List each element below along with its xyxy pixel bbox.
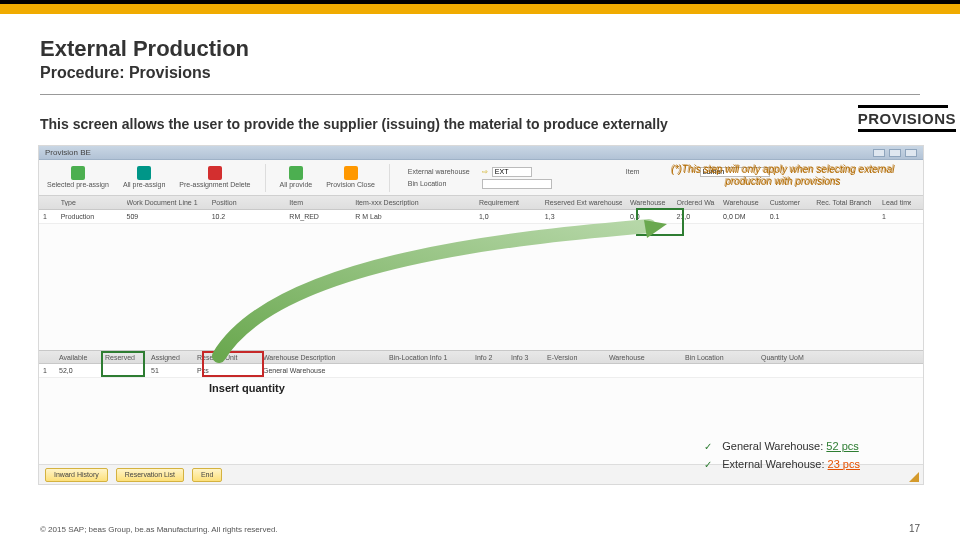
title-block: External Production Procedure: Provision… xyxy=(40,36,249,82)
grid2-row[interactable]: 1 52,0 51 Pcs General Warehouse xyxy=(39,364,923,378)
link-arrow-icon[interactable]: ⇨ xyxy=(482,168,488,176)
toolbar-label: All provide xyxy=(280,181,313,188)
col: Bin Location xyxy=(685,354,755,361)
checklist-icon xyxy=(71,166,85,180)
inward-history-button[interactable]: Inward History xyxy=(45,468,108,482)
col: Available xyxy=(59,354,99,361)
highlight-ordered-warehouse xyxy=(636,208,684,236)
col: Info 2 xyxy=(475,354,505,361)
col: Ordered Wa.. xyxy=(677,199,716,206)
cell: Production xyxy=(61,213,119,220)
external-qty: 23 pcs xyxy=(828,458,860,470)
window-title: Provision BE xyxy=(45,148,91,157)
general-label: General Warehouse: xyxy=(722,440,823,452)
separator xyxy=(265,164,266,192)
highlight-available xyxy=(101,351,145,377)
col: Requirement xyxy=(479,199,537,206)
reservation-list-button[interactable]: Reservation List xyxy=(116,468,184,482)
cell: 0.1 xyxy=(770,213,809,220)
cell: 1,3 xyxy=(545,213,622,220)
cell: 1 xyxy=(882,213,911,220)
screenshot-panel: Provision BE Selected pre-assign All pre… xyxy=(38,145,924,485)
separator xyxy=(389,164,390,192)
close-icon xyxy=(344,166,358,180)
toolbar-provision-close[interactable]: Provision Close xyxy=(326,166,375,188)
badge-overline xyxy=(858,105,948,108)
col: Position xyxy=(212,199,251,206)
summary-row-external: ✓ External Warehouse: 23 pcs xyxy=(704,458,860,470)
toolbar-label: Pre-assignment Delete xyxy=(179,181,250,188)
grid1-row[interactable]: 1 Production 509 10.2 RM_RED R M Lab 1,0… xyxy=(39,210,923,224)
cell: RM_RED xyxy=(289,213,347,220)
resizer-icon[interactable] xyxy=(909,472,919,482)
col: Item-xxx Description xyxy=(355,199,471,206)
toolbar-all-provide[interactable]: All provide xyxy=(280,166,313,188)
check-icon: ✓ xyxy=(704,441,712,452)
page-subtitle: Procedure: Provisions xyxy=(40,64,249,82)
cell: 51 xyxy=(151,367,191,374)
external-label: External Warehouse: xyxy=(722,458,824,470)
field-label: Bin Location xyxy=(408,180,478,187)
arrow-swoosh-icon xyxy=(139,216,679,366)
badge-label: PROVISIONS xyxy=(858,110,956,132)
end-button[interactable]: End xyxy=(192,468,222,482)
minimize-button[interactable] xyxy=(873,149,885,157)
toolbar-all-preassign[interactable]: All pre-assign xyxy=(123,166,165,188)
maximize-button[interactable] xyxy=(889,149,901,157)
col: Customer xyxy=(770,199,809,206)
window-titlebar: Provision BE xyxy=(39,146,923,160)
provisions-badge: PROVISIONS xyxy=(858,105,956,132)
col: Warehouse xyxy=(609,354,679,361)
delete-icon xyxy=(208,166,222,180)
window-buttons xyxy=(873,149,917,157)
general-qty: 52 pcs xyxy=(826,440,858,452)
list-icon xyxy=(137,166,151,180)
col: Item xyxy=(289,199,347,206)
col: Type xyxy=(61,199,119,206)
divider xyxy=(40,94,920,95)
grid2-header: Available Reserved Assigned Reserve Unit… xyxy=(39,350,923,364)
highlight-reserve-unit xyxy=(202,351,264,377)
col: Reserved Ext warehouse xyxy=(545,199,622,206)
brand-stripe xyxy=(0,0,960,14)
col: Assigned xyxy=(151,354,191,361)
col: Rec. Total Branch xyxy=(816,199,874,206)
col: Info 3 xyxy=(511,354,541,361)
ext-warehouse-input[interactable] xyxy=(492,167,532,177)
col: Warehouse xyxy=(723,199,762,206)
toolbar-preassign-delete[interactable]: Pre-assignment Delete xyxy=(179,166,250,188)
cell: 1 xyxy=(43,213,53,220)
intro-text: This screen allows the user to provide t… xyxy=(40,116,668,132)
grid1-header: Type Work Document Line 1 Position Item … xyxy=(39,196,923,210)
close-button[interactable] xyxy=(905,149,917,157)
col: E-Version xyxy=(547,354,587,361)
insert-quantity-label: Insert quantity xyxy=(209,382,285,394)
col: Quantity UoM xyxy=(761,354,919,361)
toolbar-label: All pre-assign xyxy=(123,181,165,188)
copyright-footer: © 2015 SAP; beas Group, be.as Manufactur… xyxy=(40,525,278,534)
summary-row-general: ✓ General Warehouse: 52 pcs xyxy=(704,440,860,452)
cell: R M Lab xyxy=(355,213,471,220)
note-overlay-shadow: (*)This step will only apply when select… xyxy=(670,163,894,187)
arrow-icon xyxy=(289,166,303,180)
toolbar-selected-preassign[interactable]: Selected pre-assign xyxy=(47,166,109,188)
check-icon: ✓ xyxy=(704,459,712,470)
cell: 52,0 xyxy=(59,367,99,374)
toolbar-label: Selected pre-assign xyxy=(47,181,109,188)
col: Lead time xyxy=(882,199,911,206)
col: Warehouse Description xyxy=(263,354,383,361)
col: Bin-Location Info 1 xyxy=(389,354,469,361)
cell: 1 xyxy=(43,367,53,374)
page-title: External Production xyxy=(40,36,249,62)
cell: 1,0 xyxy=(479,213,537,220)
page-number: 17 xyxy=(909,523,920,534)
bin-location-input[interactable] xyxy=(482,179,552,189)
col: Work Document Line 1 xyxy=(127,199,204,206)
toolbar-label: Provision Close xyxy=(326,181,375,188)
cell: General Warehouse xyxy=(263,367,383,374)
slide-root: External Production Procedure: Provision… xyxy=(0,0,960,540)
field-label: External warehouse xyxy=(408,168,478,175)
col: Warehouse xyxy=(630,199,669,206)
warehouse-summary: ✓ General Warehouse: 52 pcs ✓ External W… xyxy=(704,440,860,476)
cell: 0,0 DM xyxy=(723,213,762,220)
